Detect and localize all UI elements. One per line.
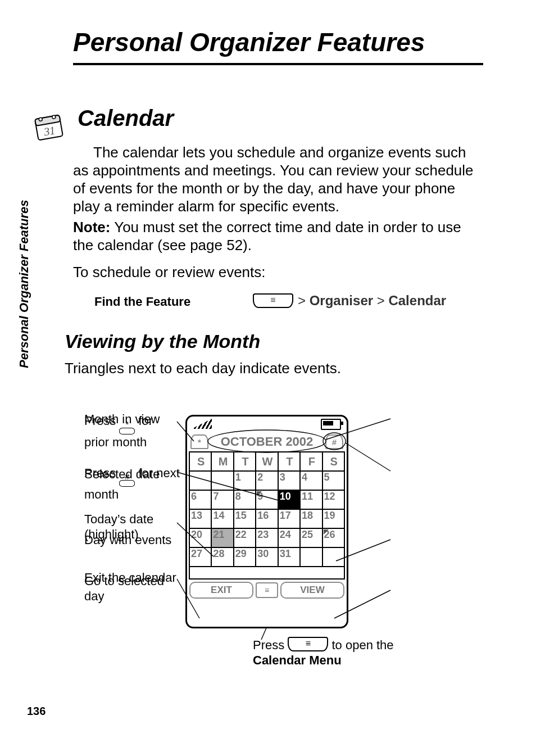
day-w2-3[interactable]: 16: [256, 509, 278, 528]
day-w3-1[interactable]: 21: [211, 528, 233, 547]
day-w2-1[interactable]: 14: [211, 509, 233, 528]
svg-point-3: [52, 115, 56, 119]
day-w0-0[interactable]: [189, 471, 211, 490]
day-w3-2[interactable]: 22: [234, 528, 256, 547]
day-w1-6[interactable]: 12: [322, 490, 344, 509]
note-label: Note:: [73, 219, 110, 236]
phone-statusbar: [187, 417, 347, 433]
menu-key-icon: [253, 293, 293, 308]
viewing-intro: Triangles next to each day indicate even…: [65, 360, 341, 377]
day-w4-5[interactable]: [300, 547, 322, 567]
week-4: 27 28 29 30 31: [189, 547, 344, 567]
week-1: 6 7 8 9 10 11 12: [189, 490, 344, 509]
svg-point-2: [39, 117, 43, 121]
path-item-calendar: Calendar: [388, 293, 446, 308]
dow-2: T: [234, 452, 256, 471]
callout-next-month: Press # for next month: [84, 465, 180, 502]
day-w4-3[interactable]: 30: [256, 547, 278, 567]
day-w4-4[interactable]: 31: [278, 547, 300, 567]
next-month-key[interactable]: #: [325, 434, 343, 449]
prev-month-key[interactable]: *: [190, 434, 208, 449]
day-w2-0[interactable]: 13: [189, 509, 211, 528]
note-paragraph: Note: You must set the correct time and …: [73, 218, 483, 254]
day-w1-4[interactable]: 10: [278, 490, 300, 509]
day-w0-6[interactable]: 5: [322, 471, 344, 490]
section-heading-calendar: Calendar: [78, 106, 174, 131]
day-w3-6[interactable]: 26: [322, 528, 344, 547]
week-2: 13 14 15 16 17 18 19: [189, 509, 344, 528]
intro-paragraph: The calendar lets you schedule and organ…: [73, 143, 483, 215]
hash-key-icon: #: [119, 474, 135, 487]
softkey-menu-icon[interactable]: ≡: [256, 582, 278, 598]
subheading-viewing-month: Viewing by the Month: [65, 331, 260, 352]
calendar-grid: S M T W T F S 1 2 3 4 5 6 7 8 9: [189, 451, 345, 580]
path-item-organiser: Organiser: [310, 293, 373, 308]
day-w1-5[interactable]: 11: [300, 490, 322, 509]
foot-c: Calendar Menu: [253, 653, 342, 667]
month-nav-row: * OCTOBER 2002 #: [187, 433, 347, 450]
day-w3-3[interactable]: 23: [256, 528, 278, 547]
day-w4-6[interactable]: [322, 547, 344, 567]
menu-key-icon-2: [288, 637, 328, 651]
week-extra: [189, 567, 344, 579]
day-w4-2[interactable]: 29: [234, 547, 256, 567]
title-rule: [73, 63, 483, 65]
softkey-exit[interactable]: EXIT: [189, 582, 253, 599]
side-tab-label: Personal Organizer Features: [17, 191, 36, 377]
dow-5: F: [300, 452, 322, 471]
day-w0-1[interactable]: [211, 471, 233, 490]
week-0: 1 2 3 4 5: [189, 471, 344, 490]
phone-screen: * OCTOBER 2002 # S M T W T F S 1 2 3 4 5: [185, 415, 348, 628]
path-sep-2: >: [373, 293, 388, 308]
foot-b: to open the: [331, 638, 393, 652]
day-w0-4[interactable]: 3: [278, 471, 300, 490]
day-w2-4[interactable]: 17: [278, 509, 300, 528]
callout-day-with-events: Day with events: [84, 532, 177, 547]
dow-3: W: [256, 452, 278, 471]
callout-go-selected-day: Go to selected day: [84, 573, 177, 604]
dow-0: S: [189, 452, 211, 471]
softkey-view[interactable]: VIEW: [280, 582, 344, 599]
dow-4: T: [278, 452, 300, 471]
day-w2-2[interactable]: 15: [234, 509, 256, 528]
day-w0-3[interactable]: 2: [256, 471, 278, 490]
softkey-row: EXIT ≡ VIEW: [187, 580, 347, 599]
page-title: Personal Organizer Features: [73, 27, 425, 57]
svg-text:31: 31: [42, 124, 56, 138]
day-w4-1[interactable]: 28: [211, 547, 233, 567]
month-label: OCTOBER 2002: [221, 434, 314, 449]
foot-a: Press: [253, 638, 288, 652]
day-w1-0[interactable]: 6: [189, 490, 211, 509]
signal-icon: [192, 419, 212, 429]
schedule-line: To schedule or review events:: [73, 263, 483, 281]
dow-6: S: [322, 452, 344, 471]
day-w3-4[interactable]: 24: [278, 528, 300, 547]
menu-footnote: Press to open the Calendar Menu: [253, 637, 394, 668]
svg-line-12: [346, 443, 390, 471]
intro-text: The calendar lets you schedule and organ…: [73, 144, 474, 215]
week-3: 20 21 22 23 24 25 26: [189, 528, 344, 547]
dow-row: S M T W T F S: [189, 452, 344, 471]
dow-1: M: [211, 452, 233, 471]
battery-icon: [321, 419, 341, 430]
day-w1-2[interactable]: 8: [234, 490, 256, 509]
day-w3-5[interactable]: 25: [300, 528, 322, 547]
find-the-feature-label: Find the Feature: [94, 295, 190, 309]
page-number: 136: [27, 705, 46, 718]
day-w0-5[interactable]: 4: [300, 471, 322, 490]
extra-row: [189, 567, 344, 579]
day-w4-0[interactable]: 27: [189, 547, 211, 567]
calendar-diagram: Press * for prior month Selected date To…: [84, 405, 489, 669]
day-w1-1[interactable]: 7: [211, 490, 233, 509]
callout-next-month-a: Press: [84, 466, 119, 480]
day-w2-5[interactable]: 18: [300, 509, 322, 528]
find-the-feature-path: > Organiser > Calendar: [253, 293, 446, 309]
calendar-icon: 31: [31, 111, 67, 144]
day-w2-6[interactable]: 19: [322, 509, 344, 528]
day-w1-3[interactable]: 9: [256, 490, 278, 509]
note-text: You must set the correct time and date i…: [73, 219, 461, 253]
path-sep-1: >: [298, 293, 310, 308]
day-w0-2[interactable]: 1: [234, 471, 256, 490]
callout-month-in-view: Month in view: [84, 411, 177, 427]
day-w3-0[interactable]: 20: [189, 528, 211, 547]
